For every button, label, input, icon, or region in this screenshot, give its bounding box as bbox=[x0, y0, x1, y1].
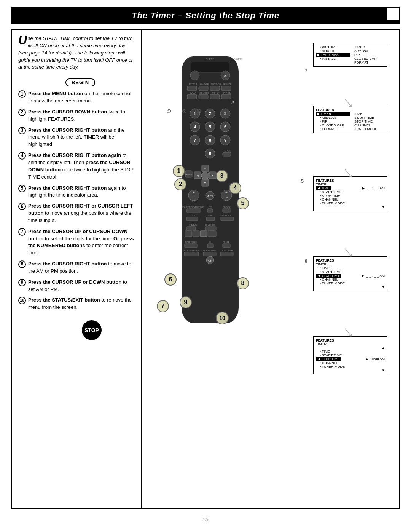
svg-text:SOURCE: SOURCE bbox=[199, 92, 209, 94]
right-panel: SLEEP POWER ⏻ TV·VCR ON/OFF POSTION FREE… bbox=[142, 30, 399, 508]
svg-text:CH: CH bbox=[225, 196, 228, 199]
svg-text:1: 1 bbox=[194, 111, 196, 116]
begin-badge: BEGIN bbox=[65, 78, 95, 86]
svg-text:−: − bbox=[193, 195, 195, 199]
stop-badge: STOP bbox=[82, 320, 102, 340]
svg-rect-89 bbox=[208, 231, 216, 237]
numpad-overlay-1: ① bbox=[167, 109, 171, 114]
step-overlay-10: 10 bbox=[216, 312, 229, 324]
svg-text:PIP ON: PIP ON bbox=[223, 92, 231, 94]
svg-rect-94 bbox=[207, 244, 213, 248]
step-8-bold: Press the CURSOR RIGHT button bbox=[28, 261, 107, 267]
svg-text:MUTE: MUTE bbox=[207, 195, 213, 197]
svg-text:SLEEP: SLEEP bbox=[206, 58, 215, 61]
step-num-6: 6 bbox=[18, 203, 26, 210]
svg-text:►: ► bbox=[211, 174, 215, 177]
step-1-bold: Press the MENU button bbox=[28, 91, 83, 96]
step-6: 6 Press the CURSOR RIGHT or CURSOR LEFT … bbox=[18, 203, 135, 224]
svg-text:4: 4 bbox=[194, 125, 196, 129]
svg-rect-87 bbox=[193, 231, 199, 237]
svg-rect-101 bbox=[220, 252, 233, 256]
svg-rect-81 bbox=[206, 227, 216, 230]
svg-rect-13 bbox=[210, 86, 220, 91]
step-9-bold: Press the CURSOR UP or DOWN button bbox=[28, 279, 121, 285]
step-num-9: 9 bbox=[18, 279, 26, 286]
screen-menu-2: FEATURES ▶ TIMER • AutoLock • PIP • CLOS… bbox=[313, 106, 387, 133]
step-4: 4 Press the CURSOR RIGHT button again to… bbox=[18, 152, 135, 181]
step-4-bold: Press the CURSOR RIGHT button again bbox=[28, 152, 121, 158]
step-num-8: 8 bbox=[18, 260, 26, 268]
svg-text:ON/OFF: ON/OFF bbox=[200, 83, 209, 85]
step-9: 9 Press the CURSOR UP or DOWN button to … bbox=[18, 279, 135, 293]
step-num-10: 10 bbox=[18, 297, 26, 304]
step-overlay-2: 2 bbox=[174, 178, 186, 190]
svg-text:8: 8 bbox=[209, 138, 211, 142]
svg-rect-19 bbox=[187, 94, 197, 99]
svg-text:9: 9 bbox=[224, 138, 226, 142]
step-8: 8 Press the CURSOR RIGHT button to move … bbox=[18, 260, 135, 275]
svg-rect-77 bbox=[221, 217, 234, 221]
step-7: 7 Press the CURSOR UP or CURSOR DOWN but… bbox=[18, 228, 135, 257]
menu1-layout: • PICTURE • SOUND ▶ FEATURES • INSTALL T… bbox=[316, 45, 385, 64]
svg-rect-80 bbox=[186, 227, 196, 230]
svg-text:S-VIDEO: S-VIDEO bbox=[206, 224, 215, 226]
svg-text:FREEZE: FREEZE bbox=[223, 83, 232, 85]
numpad-overlay-3: ③ bbox=[197, 109, 202, 114]
step-7-rest: to select the digits for the time. Or pr… bbox=[28, 236, 134, 256]
step-overlay-1: 1 bbox=[173, 165, 185, 177]
svg-rect-93 bbox=[185, 244, 197, 248]
step-overlay-3: 3 bbox=[216, 170, 228, 182]
menu1-left: • PICTURE • SOUND ▶ FEATURES • INSTALL bbox=[316, 45, 350, 64]
svg-text:7: 7 bbox=[194, 138, 196, 142]
svg-text:PERSONAL: PERSONAL bbox=[221, 214, 232, 217]
svg-text:0: 0 bbox=[209, 151, 211, 156]
svg-text:☀: ☀ bbox=[231, 99, 236, 105]
svg-point-54 bbox=[201, 172, 209, 179]
svg-text:HOME: HOME bbox=[207, 214, 213, 217]
main-content: Use the START TIME control to set the TV… bbox=[11, 29, 400, 509]
screen-menu-5: FEATURES TIMER ▲ • TIME • START TIME ◄ S… bbox=[313, 336, 387, 374]
svg-rect-20 bbox=[199, 94, 208, 99]
svg-rect-71 bbox=[223, 209, 231, 212]
svg-rect-14 bbox=[221, 86, 231, 91]
screen-menu-1: • PICTURE • SOUND ▶ FEATURES • INSTALL T… bbox=[313, 43, 387, 67]
step-num-4: 4 bbox=[18, 152, 26, 160]
svg-text:INPUT: INPUT bbox=[224, 150, 231, 152]
step-num-2: 2 bbox=[18, 109, 26, 116]
step-5: 5 Press the CURSOR RIGHT button again to… bbox=[18, 185, 135, 199]
step-overlay-8: 8 bbox=[237, 277, 249, 289]
svg-text:ITR REC: ITR REC bbox=[189, 214, 197, 217]
svg-text:VIDEO: VIDEO bbox=[189, 224, 197, 226]
svg-text:TUNER A/B: TUNER A/B bbox=[221, 249, 233, 252]
step-2-bold: Press the CURSOR DOWN button bbox=[28, 109, 107, 115]
step-2: 2 Press the CURSOR DOWN button twice to … bbox=[18, 109, 135, 123]
svg-text:PIP UP: PIP UP bbox=[212, 92, 220, 94]
svg-text:VOL: VOL bbox=[191, 200, 196, 203]
remote-area: SLEEP POWER ⏻ TV·VCR ON/OFF POSTION FREE… bbox=[153, 53, 267, 365]
svg-text:2: 2 bbox=[209, 111, 211, 116]
svg-rect-21 bbox=[210, 94, 220, 99]
svg-text:INCR. SURR.: INCR. SURR. bbox=[185, 241, 198, 243]
screen-step-num-8: 8 bbox=[305, 258, 307, 264]
svg-text:◄: ◄ bbox=[196, 174, 199, 177]
step-num-3: 3 bbox=[18, 127, 26, 134]
svg-text:PROGRAM LIST: PROGRAM LIST bbox=[183, 249, 199, 252]
svg-point-4 bbox=[190, 71, 199, 80]
screen-step-num-7: 7 bbox=[305, 68, 307, 73]
intro-body: se the START TIME control to set the TV … bbox=[18, 35, 133, 70]
drop-cap: U bbox=[18, 35, 27, 45]
step-overlay-6: 6 bbox=[164, 273, 177, 286]
svg-text:▲: ▲ bbox=[204, 166, 207, 170]
svg-rect-11 bbox=[187, 86, 197, 91]
svg-rect-100 bbox=[203, 252, 216, 256]
step-3-bold: Press the CURSOR RIGHT button bbox=[28, 127, 107, 133]
svg-rect-22 bbox=[221, 94, 231, 99]
svg-text:3: 3 bbox=[224, 111, 226, 116]
svg-text:5: 5 bbox=[209, 125, 211, 129]
svg-text:SURF: SURF bbox=[223, 241, 230, 243]
step-overlay-4: 4 bbox=[229, 182, 241, 194]
svg-text:CLOCK: CLOCK bbox=[223, 206, 231, 208]
step-3: 3 Press the CURSOR RIGHT button and the … bbox=[18, 127, 135, 149]
svg-rect-12 bbox=[199, 86, 208, 91]
numpad-overlay-2: ② bbox=[182, 109, 186, 114]
